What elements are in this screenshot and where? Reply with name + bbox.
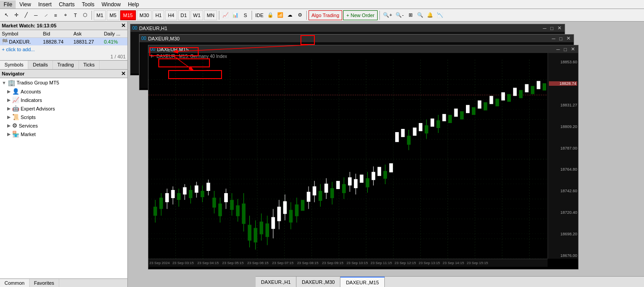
price-9: 18676.00 <box>549 253 577 258</box>
nav-item-services[interactable]: ▶ ⚙ Services <box>0 121 127 130</box>
svg-rect-98 <box>360 175 363 183</box>
m30-title-bar[interactable]: 00 DAXEUR,M30 ─ □ ✕ <box>139 35 574 42</box>
nav-item-indicators[interactable]: ▶ 📈 Indicators <box>0 96 127 104</box>
tf-w1[interactable]: W1 <box>191 10 204 20</box>
line-tool[interactable]: ╱ <box>22 10 30 20</box>
tab-symbols[interactable]: Symbols <box>0 61 28 69</box>
nav-label-indicators: Indicators <box>21 97 42 103</box>
zoom-out-btn[interactable]: 🔍- <box>394 10 405 20</box>
h1-icon: 00 <box>132 26 137 31</box>
navigator-close[interactable]: ✕ <box>121 71 126 77</box>
hline-tool[interactable]: ─ <box>31 10 40 20</box>
tf-h4[interactable]: H4 <box>165 10 177 20</box>
nav-item-market[interactable]: ▶ 🏪 Market <box>0 130 127 138</box>
menu-help[interactable]: Help <box>124 0 143 9</box>
candlestick-chart <box>148 60 548 259</box>
market-watch-tabs: Symbols Details Trading Ticks <box>0 61 127 70</box>
market-watch-close[interactable]: ✕ <box>121 22 126 29</box>
grid-btn[interactable]: ⊞ <box>406 10 415 20</box>
m15-icon: 00 <box>150 47 155 52</box>
vps-btn[interactable]: ⚙ <box>296 10 305 20</box>
menu-view[interactable]: View <box>16 0 35 9</box>
m30-close[interactable]: ✕ <box>565 35 572 41</box>
nav-item-scripts[interactable]: ▶ 📜 Scripts <box>0 113 127 121</box>
trendline-tool[interactable]: ⟋ <box>41 10 50 20</box>
tab-ticks[interactable]: Ticks <box>79 61 100 69</box>
tf-m1[interactable]: M1 <box>94 10 106 20</box>
m30-title: DAXEUR,M30 <box>148 36 179 41</box>
m15-title: DAXEUR,M15 <box>157 47 188 52</box>
nav-item-tradiso[interactable]: ▼ 🏢 Tradiso Group MT5 <box>0 78 127 87</box>
indicator-btn[interactable]: 📊 <box>231 10 240 20</box>
svg-rect-104 <box>378 167 381 176</box>
svg-rect-86 <box>324 184 328 193</box>
menu-tools[interactable]: Tools <box>78 0 98 9</box>
time-label-13: 23 Sep 15:15 <box>466 261 490 265</box>
h1-minimize[interactable]: ─ <box>542 25 548 31</box>
m15-title-bar[interactable]: 00 DAXEUR,M15 ─ □ ✕ <box>148 45 578 53</box>
mw-row-daxeur[interactable]: 🏁 DAXEUR. 18828.74 18831.27 0.41% <box>0 38 127 46</box>
tf-m5[interactable]: M5 <box>107 10 119 20</box>
tab-trading[interactable]: Trading <box>53 61 79 69</box>
shape-tool[interactable]: ⬡ <box>81 10 90 20</box>
zoom-in-btn[interactable]: 🔍+ <box>382 10 393 20</box>
m30-minimize[interactable]: ─ <box>551 35 557 41</box>
chart-area: 00 DAXEUR,H1 ─ □ ✕ 00 DAXEUR,M30 ─ □ ✕ <box>128 22 644 287</box>
template-btn[interactable]: S <box>241 10 250 20</box>
svg-rect-148 <box>507 94 511 102</box>
svg-rect-80 <box>307 192 310 202</box>
time-label-9: 23 Sep 11:15 <box>369 261 393 265</box>
indicators-icon: 📈 <box>12 97 19 103</box>
m15-minimize[interactable]: ─ <box>555 46 561 52</box>
taskbar-tab-m30[interactable]: DAXEUR.,M30 <box>296 277 340 287</box>
m15-maximize[interactable]: □ <box>562 46 568 52</box>
taskbar-tab-m15[interactable]: DAXEUR.,M15 <box>340 277 384 287</box>
lock-btn[interactable]: 🔒 <box>266 10 275 20</box>
chart-info-btn[interactable]: 📉 <box>435 10 444 20</box>
signal-btn[interactable]: 📶 <box>276 10 285 20</box>
h1-close[interactable]: ✕ <box>556 25 563 31</box>
tf-h1[interactable]: H1 <box>152 10 164 20</box>
fib-tool[interactable]: ⌖ <box>61 10 70 20</box>
tf-m30[interactable]: M30 <box>137 10 152 20</box>
menu-window[interactable]: Window <box>98 0 125 9</box>
h1-maximize[interactable]: □ <box>549 25 555 31</box>
time-label-1: 23 Sep 03:15 <box>170 261 196 265</box>
search-btn[interactable]: 🔍 <box>416 10 425 20</box>
bottom-tab-favorites[interactable]: Favorites <box>30 279 59 287</box>
m30-maximize[interactable]: □ <box>558 35 564 41</box>
tf-m15[interactable]: M15 <box>120 10 136 20</box>
new-order-btn[interactable]: + New Order <box>343 10 378 20</box>
tf-d1[interactable]: D1 <box>178 10 190 20</box>
cloud-btn[interactable]: ☁ <box>286 10 295 20</box>
algo-trading-btn[interactable]: Algo Trading <box>309 10 343 20</box>
sep2 <box>219 11 219 20</box>
arrow-tool[interactable]: ↖ <box>2 10 11 20</box>
svg-rect-158 <box>537 81 540 89</box>
menu-insert[interactable]: Insert <box>35 0 55 9</box>
svg-rect-94 <box>348 177 352 185</box>
chart-type-btn[interactable]: 📈 <box>221 10 230 20</box>
add-symbol[interactable]: + click to add... <box>0 46 127 53</box>
nav-item-accounts[interactable]: ▶ 👤 Accounts <box>0 87 127 96</box>
notification-btn[interactable]: 🔔 <box>426 10 435 20</box>
svg-rect-54 <box>230 200 234 210</box>
menu-file[interactable]: File <box>0 0 16 9</box>
tf-mn[interactable]: MN <box>204 10 217 20</box>
svg-rect-72 <box>283 201 287 214</box>
tab-details[interactable]: Details <box>28 61 53 69</box>
services-icon: ⚙ <box>12 122 17 129</box>
channel-tool[interactable]: ≡ <box>51 10 60 20</box>
chart-window-m15[interactable]: 00 DAXEUR,M15 ─ □ ✕ 🏳 DAXEUR., M15: Germ… <box>148 45 579 269</box>
m15-close[interactable]: ✕ <box>570 46 576 52</box>
text-tool[interactable]: T <box>71 10 80 20</box>
new-order-label: + New Order <box>346 13 374 18</box>
nav-item-experts[interactable]: ▶ 🤖 Expert Advisors <box>0 104 127 113</box>
menu-charts[interactable]: Charts <box>55 0 78 9</box>
bottom-tab-common[interactable]: Common <box>0 279 30 287</box>
current-price: 18828.74 <box>549 81 577 86</box>
ide-btn[interactable]: IDE <box>254 10 265 20</box>
h1-title-bar[interactable]: 00 DAXEUR,H1 ─ □ ✕ <box>131 24 565 32</box>
taskbar-tab-h1[interactable]: DAXEUR.,H1 <box>256 277 296 287</box>
crosshair-tool[interactable]: ✛ <box>12 10 21 20</box>
